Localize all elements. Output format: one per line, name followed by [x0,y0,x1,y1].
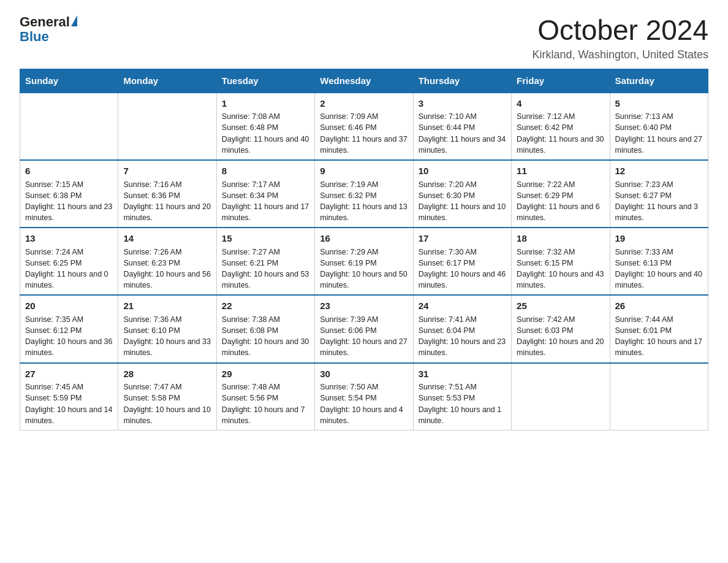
day-number: 26 [615,299,703,313]
day-number: 22 [222,299,309,313]
day-info: Sunrise: 7:27 AMSunset: 6:21 PMDaylight:… [222,248,309,289]
header-tuesday: Tuesday [216,69,314,93]
calendar-day-15: 15 Sunrise: 7:27 AMSunset: 6:21 PMDaylig… [216,228,314,295]
calendar-header-row: SundayMondayTuesdayWednesdayThursdayFrid… [20,69,708,93]
day-number: 6 [25,164,113,178]
day-info: Sunrise: 7:29 AMSunset: 6:19 PMDaylight:… [320,248,407,289]
calendar-day-9: 9 Sunrise: 7:19 AMSunset: 6:32 PMDayligh… [315,160,413,228]
day-number: 31 [419,367,506,381]
calendar-day-30: 30 Sunrise: 7:50 AMSunset: 5:54 PMDaylig… [315,363,413,431]
calendar-day-8: 8 Sunrise: 7:17 AMSunset: 6:34 PMDayligh… [216,160,314,228]
empty-cell-w0-d0 [20,93,118,160]
calendar-day-1: 1 Sunrise: 7:08 AMSunset: 6:48 PMDayligh… [216,93,314,160]
day-number: 23 [320,299,408,313]
day-number: 30 [320,367,408,381]
day-info: Sunrise: 7:09 AMSunset: 6:46 PMDaylight:… [320,112,407,154]
day-info: Sunrise: 7:15 AMSunset: 6:38 PMDaylight:… [25,180,112,222]
day-info: Sunrise: 7:38 AMSunset: 6:08 PMDaylight:… [222,315,309,357]
day-number: 28 [123,367,211,381]
calendar-week-1: 1 Sunrise: 7:08 AMSunset: 6:48 PMDayligh… [20,93,708,160]
day-number: 2 [320,97,408,110]
day-info: Sunrise: 7:35 AMSunset: 6:12 PMDaylight:… [25,315,112,357]
calendar-week-5: 27 Sunrise: 7:45 AMSunset: 5:59 PMDaylig… [20,363,708,431]
page-header: General Blue October 2024 Kirkland, Wash… [20,15,708,61]
day-info: Sunrise: 7:51 AMSunset: 5:53 PMDaylight:… [419,383,502,424]
day-number: 29 [222,367,309,381]
calendar-table: SundayMondayTuesdayWednesdayThursdayFrid… [20,69,708,431]
day-number: 20 [25,299,113,313]
day-number: 5 [615,97,703,110]
day-info: Sunrise: 7:23 AMSunset: 6:27 PMDaylight:… [615,180,699,222]
calendar-day-4: 4 Sunrise: 7:12 AMSunset: 6:42 PMDayligh… [512,93,610,160]
day-info: Sunrise: 7:30 AMSunset: 6:17 PMDaylight:… [419,248,506,289]
day-number: 25 [517,299,604,313]
calendar-day-25: 25 Sunrise: 7:42 AMSunset: 6:03 PMDaylig… [512,295,610,362]
day-number: 9 [320,164,408,178]
day-info: Sunrise: 7:41 AMSunset: 6:04 PMDaylight:… [419,315,506,357]
calendar-day-13: 13 Sunrise: 7:24 AMSunset: 6:25 PMDaylig… [20,228,118,295]
day-number: 17 [419,232,506,245]
calendar-day-20: 20 Sunrise: 7:35 AMSunset: 6:12 PMDaylig… [20,295,118,362]
calendar-day-19: 19 Sunrise: 7:33 AMSunset: 6:13 PMDaylig… [610,228,708,295]
day-number: 4 [517,97,604,110]
calendar-day-16: 16 Sunrise: 7:29 AMSunset: 6:19 PMDaylig… [315,228,413,295]
day-number: 14 [123,232,211,245]
calendar-day-3: 3 Sunrise: 7:10 AMSunset: 6:44 PMDayligh… [413,93,511,160]
calendar-day-23: 23 Sunrise: 7:39 AMSunset: 6:06 PMDaylig… [315,295,413,362]
day-info: Sunrise: 7:20 AMSunset: 6:30 PMDaylight:… [419,180,506,222]
calendar-day-21: 21 Sunrise: 7:36 AMSunset: 6:10 PMDaylig… [118,295,216,362]
calendar-day-29: 29 Sunrise: 7:48 AMSunset: 5:56 PMDaylig… [216,363,314,431]
day-info: Sunrise: 7:17 AMSunset: 6:34 PMDaylight:… [222,180,309,222]
calendar-day-10: 10 Sunrise: 7:20 AMSunset: 6:30 PMDaylig… [413,160,511,228]
calendar-day-17: 17 Sunrise: 7:30 AMSunset: 6:17 PMDaylig… [413,228,511,295]
day-number: 11 [517,164,604,178]
day-info: Sunrise: 7:44 AMSunset: 6:01 PMDaylight:… [615,315,702,357]
logo-triangle-icon [71,15,77,26]
logo-wordmark: General Blue [20,15,77,44]
day-info: Sunrise: 7:16 AMSunset: 6:36 PMDaylight:… [123,180,210,222]
calendar-day-2: 2 Sunrise: 7:09 AMSunset: 6:46 PMDayligh… [315,93,413,160]
day-info: Sunrise: 7:39 AMSunset: 6:06 PMDaylight:… [320,315,407,357]
header-sunday: Sunday [20,69,118,93]
day-number: 3 [419,97,506,110]
day-number: 21 [123,299,211,313]
calendar-day-27: 27 Sunrise: 7:45 AMSunset: 5:59 PMDaylig… [20,363,118,431]
day-info: Sunrise: 7:42 AMSunset: 6:03 PMDaylight:… [517,315,604,357]
calendar-day-31: 31 Sunrise: 7:51 AMSunset: 5:53 PMDaylig… [413,363,511,431]
empty-cell-w4-d5 [512,363,610,431]
day-info: Sunrise: 7:26 AMSunset: 6:23 PMDaylight:… [123,248,210,289]
day-info: Sunrise: 7:33 AMSunset: 6:13 PMDaylight:… [615,248,702,289]
calendar-day-7: 7 Sunrise: 7:16 AMSunset: 6:36 PMDayligh… [118,160,216,228]
day-info: Sunrise: 7:22 AMSunset: 6:29 PMDaylight:… [517,180,600,222]
day-info: Sunrise: 7:13 AMSunset: 6:40 PMDaylight:… [615,112,702,154]
day-number: 16 [320,232,408,245]
calendar-week-4: 20 Sunrise: 7:35 AMSunset: 6:12 PMDaylig… [20,295,708,362]
header-friday: Friday [512,69,610,93]
day-number: 10 [419,164,506,178]
day-info: Sunrise: 7:08 AMSunset: 6:48 PMDaylight:… [222,112,309,154]
calendar-day-26: 26 Sunrise: 7:44 AMSunset: 6:01 PMDaylig… [610,295,708,362]
calendar-day-24: 24 Sunrise: 7:41 AMSunset: 6:04 PMDaylig… [413,295,511,362]
calendar-week-3: 13 Sunrise: 7:24 AMSunset: 6:25 PMDaylig… [20,228,708,295]
logo: General Blue [20,15,77,44]
calendar-day-28: 28 Sunrise: 7:47 AMSunset: 5:58 PMDaylig… [118,363,216,431]
day-info: Sunrise: 7:36 AMSunset: 6:10 PMDaylight:… [123,315,210,357]
empty-cell-w0-d1 [118,93,216,160]
day-number: 19 [615,232,703,245]
day-info: Sunrise: 7:50 AMSunset: 5:54 PMDaylight:… [320,383,403,424]
location-subtitle: Kirkland, Washington, United States [533,48,708,61]
day-info: Sunrise: 7:10 AMSunset: 6:44 PMDaylight:… [419,112,506,154]
day-number: 7 [123,164,211,178]
day-info: Sunrise: 7:12 AMSunset: 6:42 PMDaylight:… [517,112,604,154]
day-info: Sunrise: 7:24 AMSunset: 6:25 PMDaylight:… [25,248,108,289]
header-thursday: Thursday [413,69,511,93]
title-block: October 2024 Kirkland, Washington, Unite… [533,15,708,61]
calendar-day-22: 22 Sunrise: 7:38 AMSunset: 6:08 PMDaylig… [216,295,314,362]
calendar-day-12: 12 Sunrise: 7:23 AMSunset: 6:27 PMDaylig… [610,160,708,228]
day-number: 8 [222,164,309,178]
calendar-day-18: 18 Sunrise: 7:32 AMSunset: 6:15 PMDaylig… [512,228,610,295]
calendar-day-5: 5 Sunrise: 7:13 AMSunset: 6:40 PMDayligh… [610,93,708,160]
day-number: 27 [25,367,113,381]
header-saturday: Saturday [610,69,708,93]
empty-cell-w4-d6 [610,363,708,431]
